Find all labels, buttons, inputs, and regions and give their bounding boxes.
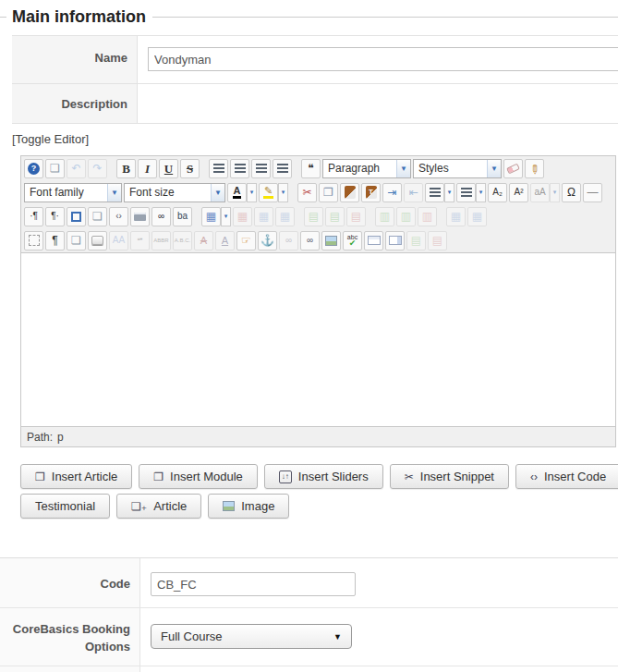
strikethrough-icon[interactable]: S [180, 159, 200, 178]
chevron-down-icon: ▼ [487, 160, 501, 177]
description-row: Description [12, 84, 618, 124]
paste-as-text-icon[interactable]: T [361, 183, 381, 202]
insert-row-before-icon: ▤ [304, 207, 323, 226]
cut-icon[interactable]: ✂ [297, 183, 317, 202]
superscript-icon[interactable]: A² [509, 183, 528, 202]
insert-code-button[interactable]: ‹›Insert Code [515, 464, 618, 489]
pagebreak-icon[interactable] [364, 231, 383, 250]
highlight-color-icon-arrow[interactable]: ▾ [278, 183, 288, 202]
align-justify-icon[interactable] [273, 159, 292, 178]
path-value: p [57, 431, 64, 444]
attributes-icon[interactable]: ☞ [236, 231, 256, 250]
split-cells-icon: ▦ [446, 207, 466, 226]
italic-icon[interactable]: I [138, 159, 157, 178]
main-info-table: Name Description [12, 35, 618, 124]
readmore-icon[interactable] [385, 231, 405, 250]
bold-icon[interactable]: B [116, 159, 136, 178]
nonbreaking-space-icon[interactable] [88, 231, 107, 250]
styles-select[interactable]: Styles▼ [413, 159, 502, 178]
blockquote-icon[interactable]: ❝ [301, 159, 321, 178]
underline-icon[interactable]: U [159, 159, 178, 178]
image-button[interactable]: Image [208, 494, 289, 519]
rtl-icon[interactable]: ¶· [45, 207, 65, 226]
eraser-icon[interactable] [503, 159, 523, 178]
preview-icon[interactable]: ❏ [88, 207, 107, 226]
horizontal-rule-icon[interactable]: — [583, 183, 602, 202]
bullet-list-icon[interactable] [456, 183, 476, 202]
spellcheck-icon[interactable]: abc [343, 231, 362, 250]
editor-canvas[interactable] [21, 252, 615, 426]
format-select-value: Paragraph [328, 162, 380, 175]
page-title: Main information [6, 7, 152, 27]
page-preview-icon[interactable]: ❏ [67, 231, 86, 250]
print-icon[interactable] [130, 207, 150, 226]
copy-icon[interactable]: ❐ [319, 183, 338, 202]
insert-article-button[interactable]: ❐Insert Article [20, 464, 132, 489]
new-document-icon[interactable]: ❏ [45, 159, 65, 178]
booking-options-cell: Full Course ▼ [140, 608, 618, 666]
booking-options-select[interactable]: Full Course ▼ [151, 624, 352, 649]
numbered-list-icon[interactable] [425, 183, 444, 202]
insert-sliders-button[interactable]: ↓↑Insert Sliders [264, 464, 383, 489]
undo-icon: ↶ [67, 159, 86, 178]
cleanup-icon[interactable]: ✐ [525, 159, 544, 178]
find-replace-icon[interactable]: ba [173, 207, 192, 226]
insert-sliders-button-label: Insert Sliders [298, 470, 369, 483]
styles-select-value: Styles [418, 162, 449, 175]
section-legend: Main information [0, 7, 618, 27]
align-center-icon[interactable] [230, 159, 249, 178]
align-left-icon[interactable] [209, 159, 228, 178]
delete-column-icon: ▥ [418, 207, 437, 226]
highlight-color-icon[interactable]: ✎ [259, 183, 278, 202]
toggle-editor-link[interactable]: [Toggle Editor] [12, 132, 89, 146]
indent-icon[interactable]: ⇥ [382, 183, 402, 202]
booking-options-value: Full Course [161, 629, 222, 643]
show-blocks-icon[interactable]: ¶ [45, 231, 65, 250]
text-color-icon[interactable]: A [227, 183, 247, 202]
booking-options-row: CoreBasics Booking Options Full Course ▼ [0, 608, 618, 666]
subscript-icon[interactable]: A₂ [488, 183, 507, 202]
article-button-label: Article [153, 499, 187, 513]
insert-module-button[interactable]: ❐Insert Module [139, 464, 258, 489]
name-cell [138, 36, 618, 83]
source-code-icon[interactable]: ‹› [109, 207, 128, 226]
font-size-select[interactable]: Font size▼ [124, 183, 225, 202]
insert-code-button-label: Insert Code [544, 470, 606, 483]
align-right-icon[interactable] [251, 159, 271, 178]
anchor-icon[interactable]: ⚓ [258, 231, 277, 250]
table-row-properties-icon: ▦ [254, 207, 273, 226]
find-icon[interactable]: ∞ [151, 207, 171, 226]
code-label: Code [0, 558, 140, 607]
insert-table-icon[interactable]: ▦ [201, 207, 221, 226]
name-input[interactable] [148, 47, 618, 71]
editor-toolbar-row-1: ?❏↶↷BIUS❝Paragraph▼Styles▼✐ [21, 156, 615, 180]
fullscreen-icon[interactable] [67, 207, 86, 226]
insert-snippet-button[interactable]: ✂Insert Snippet [390, 464, 509, 489]
code-input[interactable] [151, 572, 356, 596]
numbered-list-icon-arrow[interactable]: ▾ [444, 183, 454, 202]
editor-insert-buttons: ❐Insert Article❐Insert Module↓↑Insert Sl… [20, 464, 618, 523]
insert-table-icon-arrow[interactable]: ▾ [221, 207, 231, 226]
special-character-icon[interactable]: Ω [562, 183, 581, 202]
article-button[interactable]: ❏₊Article [116, 494, 201, 519]
image-icon[interactable] [321, 231, 341, 250]
insert-snippet-button-label: Insert Snippet [420, 470, 494, 483]
name-row: Name [12, 36, 618, 84]
testimonial-button[interactable]: Testimonial [20, 494, 110, 519]
acronym-icon: A.B.C. [173, 231, 192, 250]
code-icon: ‹› [530, 470, 538, 483]
chevron-down-icon: ▼ [333, 632, 342, 641]
format-select[interactable]: Paragraph▼ [322, 159, 411, 178]
link-icon[interactable]: ∞ [300, 231, 320, 250]
font-family-select[interactable]: Font family▼ [24, 183, 122, 202]
paste-icon[interactable] [340, 183, 359, 202]
code-cell [140, 558, 618, 607]
help-icon[interactable]: ? [24, 159, 43, 178]
legend-line [152, 17, 618, 18]
image-icon [223, 501, 235, 511]
ltr-icon[interactable]: ·¶ [24, 207, 43, 226]
bullet-list-icon-arrow[interactable]: ▾ [476, 183, 486, 202]
visual-aid-icon[interactable] [24, 231, 43, 250]
text-color-icon-arrow[interactable]: ▾ [247, 183, 257, 202]
legend-line [0, 17, 6, 18]
